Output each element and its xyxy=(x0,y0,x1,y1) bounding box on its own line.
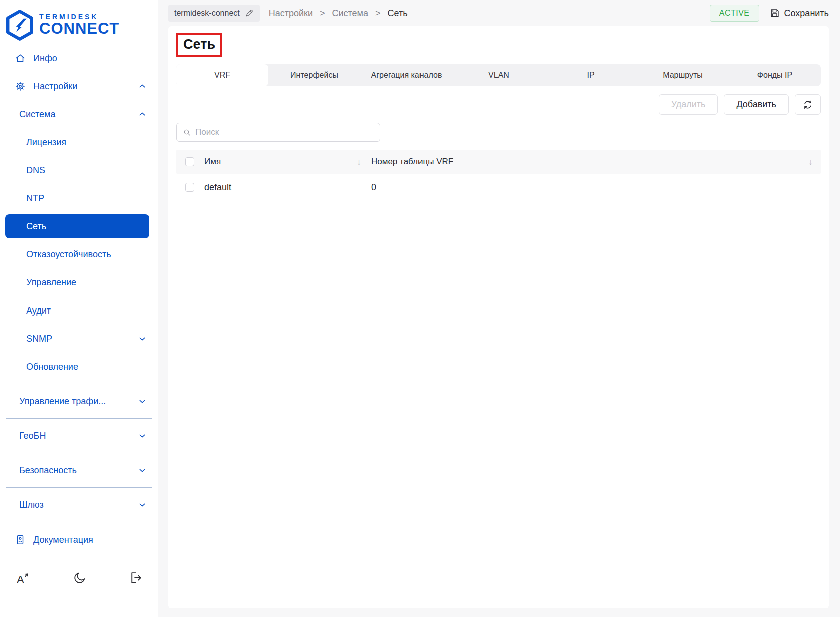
tab-routes[interactable]: Маршруты xyxy=(637,64,729,86)
network-tabs: VRF Интерфейсы Агрегация каналов VLAN IP… xyxy=(176,64,821,86)
svg-text:A: A xyxy=(17,573,24,586)
sidebar-item-label: Документация xyxy=(33,535,93,545)
hostname-text: termidesk-connect xyxy=(174,9,240,18)
sidebar-item-system[interactable]: Система xyxy=(0,100,158,128)
tab-link-aggregation[interactable]: Агрегация каналов xyxy=(360,64,453,86)
breadcrumb-network: Сеть xyxy=(388,8,408,19)
dark-mode-moon-icon[interactable] xyxy=(73,571,87,586)
row-checkbox[interactable] xyxy=(185,183,194,192)
hostname-pill: termidesk-connect xyxy=(168,5,260,22)
table-actions: Удалить Добавить xyxy=(176,94,821,115)
chevron-up-icon xyxy=(138,110,146,118)
brand-logo: TERMIDESK CONNECT xyxy=(0,0,158,44)
refresh-icon xyxy=(802,99,813,110)
sidebar-divider xyxy=(6,384,152,384)
sidebar-item-label: Управление xyxy=(26,277,76,288)
sidebar-item-license[interactable]: Лицензия xyxy=(0,128,158,156)
sidebar-item-info[interactable]: Инфо xyxy=(0,44,158,72)
home-icon xyxy=(14,53,26,64)
sidebar-item-label: Отказоустойчивость xyxy=(26,249,111,260)
sidebar-item-label: Управление трафи... xyxy=(19,396,106,407)
sidebar-divider xyxy=(6,453,152,453)
tab-interfaces[interactable]: Интерфейсы xyxy=(268,64,360,86)
delete-button[interactable]: Удалить xyxy=(659,94,718,115)
page-title: Сеть xyxy=(183,37,215,52)
chevron-down-icon xyxy=(138,501,146,509)
sidebar-item-security[interactable]: Безопасность xyxy=(0,456,158,484)
sidebar-item-label: Обновление xyxy=(26,362,78,372)
select-all-checkbox[interactable] xyxy=(185,157,194,166)
sidebar-item-label: Инфо xyxy=(33,53,57,64)
sidebar-nav: Инфо Настройки Система Лицензия DNS NTP xyxy=(0,44,158,617)
sidebar-item-label: Лицензия xyxy=(26,137,66,148)
gear-icon xyxy=(14,81,26,92)
sort-down-icon[interactable]: ↓ xyxy=(357,157,361,167)
termidesk-hexagon-logo-icon xyxy=(5,9,34,41)
tab-vlan[interactable]: VLAN xyxy=(453,64,545,86)
sidebar-item-update[interactable]: Обновление xyxy=(0,353,158,381)
sidebar-item-settings[interactable]: Настройки xyxy=(0,72,158,100)
content-card: Сеть VRF Интерфейсы Агрегация каналов VL… xyxy=(168,26,829,608)
sidebar-bottom-toolbar: A xyxy=(0,571,158,586)
refresh-button[interactable] xyxy=(795,94,821,115)
sidebar-divider xyxy=(6,487,152,488)
chevron-down-icon xyxy=(138,335,146,343)
sidebar-item-ntp[interactable]: NTP xyxy=(0,184,158,212)
logout-icon[interactable] xyxy=(129,571,143,586)
sidebar-item-failover[interactable]: Отказоустойчивость xyxy=(0,240,158,268)
column-header-vrf-table-number: Номер таблицы VRF xyxy=(371,157,453,167)
table-row[interactable]: default 0 xyxy=(176,174,821,201)
sidebar-item-snmp[interactable]: SNMP xyxy=(0,325,158,353)
breadcrumb: Настройки > Система > Сеть xyxy=(269,8,408,19)
row-name-value: default xyxy=(204,182,231,193)
chevron-down-icon xyxy=(138,466,146,474)
edit-hostname-pencil-icon[interactable] xyxy=(245,9,254,18)
row-vrf-table-value: 0 xyxy=(371,182,376,193)
search-icon xyxy=(183,128,191,137)
sidebar-item-traffic-management[interactable]: Управление трафи... xyxy=(0,387,158,415)
chevron-up-icon xyxy=(138,82,146,90)
sidebar-item-gateway[interactable]: Шлюз xyxy=(0,491,158,519)
annotation-highlight-box: Сеть xyxy=(176,33,222,57)
tab-ip-pools[interactable]: Фонды IP xyxy=(729,64,821,86)
chevron-down-icon xyxy=(138,432,146,440)
table-header-row: Имя ↓ Номер таблицы VRF ↓ xyxy=(176,150,821,174)
topbar: termidesk-connect Настройки > Система > … xyxy=(168,0,829,26)
sidebar-item-dns[interactable]: DNS xyxy=(0,156,158,184)
sidebar-item-label: DNS xyxy=(26,165,45,176)
save-button[interactable]: Сохранить xyxy=(769,8,829,19)
font-size-icon[interactable]: A xyxy=(15,571,30,586)
sidebar-item-geobn[interactable]: ГеоБН xyxy=(0,422,158,450)
sidebar-item-label: Аудит xyxy=(26,305,51,316)
vrf-table: Имя ↓ Номер таблицы VRF ↓ default 0 xyxy=(176,150,821,201)
sidebar-item-management[interactable]: Управление xyxy=(0,268,158,296)
breadcrumb-system[interactable]: Система xyxy=(332,8,369,19)
sidebar-item-label: NTP xyxy=(26,193,44,204)
search-input[interactable] xyxy=(195,127,374,137)
sidebar-item-label: Сеть xyxy=(26,221,46,232)
status-badge: ACTIVE xyxy=(710,5,759,22)
sidebar-item-label: ГеоБН xyxy=(19,431,46,441)
brand-name-bottom: CONNECT xyxy=(39,21,119,37)
sidebar-divider xyxy=(6,418,152,419)
sidebar-item-label: Система xyxy=(19,109,56,120)
sidebar-item-label: Безопасность xyxy=(19,465,77,476)
sidebar-item-label: Настройки xyxy=(33,81,77,92)
sidebar: TERMIDESK CONNECT Инфо Настройки Система xyxy=(0,0,158,617)
add-button[interactable]: Добавить xyxy=(724,94,789,115)
breadcrumb-separator: > xyxy=(320,8,325,19)
sidebar-item-documentation[interactable]: Документация xyxy=(0,526,158,554)
breadcrumb-separator: > xyxy=(375,8,381,19)
tab-vrf[interactable]: VRF xyxy=(176,64,268,86)
save-floppy-icon xyxy=(769,8,780,19)
sidebar-item-network[interactable]: Сеть xyxy=(5,214,149,238)
sidebar-item-label: Шлюз xyxy=(19,500,44,510)
chevron-down-icon xyxy=(138,397,146,405)
documentation-book-icon xyxy=(14,534,26,545)
tab-ip[interactable]: IP xyxy=(545,64,637,86)
sidebar-item-audit[interactable]: Аудит xyxy=(0,296,158,325)
save-button-label: Сохранить xyxy=(784,8,829,19)
breadcrumb-settings[interactable]: Настройки xyxy=(269,8,313,19)
sort-down-icon[interactable]: ↓ xyxy=(808,157,813,167)
main-area: termidesk-connect Настройки > Система > … xyxy=(158,0,840,617)
